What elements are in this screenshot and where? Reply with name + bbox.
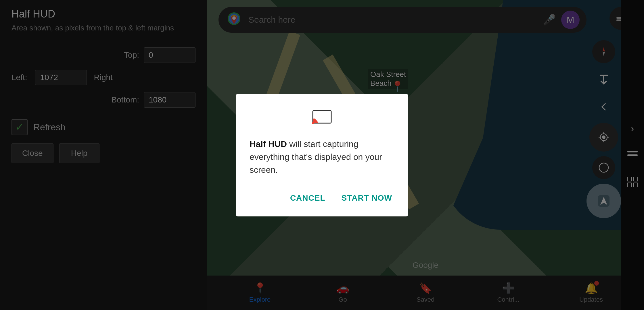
modal-dialog: Half HUD will start capturing everything…	[236, 94, 408, 216]
modal-overlay: Half HUD will start capturing everything…	[0, 0, 644, 310]
start-now-button[interactable]: START NOW	[339, 190, 394, 206]
modal-message: Half HUD will start capturing everything…	[250, 137, 394, 176]
modal-app-name: Half HUD	[250, 139, 287, 149]
cancel-button[interactable]: CANCEL	[288, 190, 328, 206]
modal-buttons: CANCEL START NOW	[250, 190, 394, 206]
svg-point-25	[312, 122, 314, 124]
cast-icon	[310, 108, 334, 126]
modal-icon-area	[250, 108, 394, 126]
